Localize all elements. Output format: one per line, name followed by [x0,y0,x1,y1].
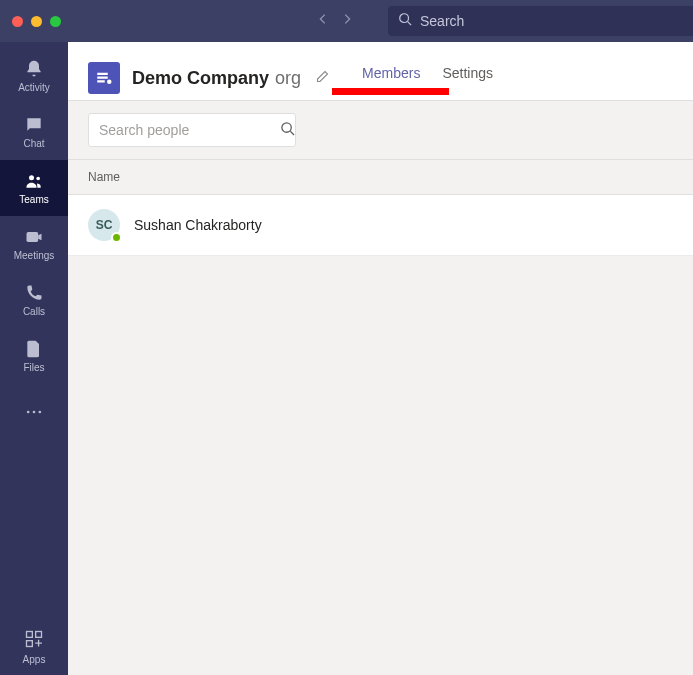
maximize-window-button[interactable] [50,16,61,27]
svg-rect-13 [97,80,105,82]
rail-label: Files [23,362,44,373]
calls-icon [24,283,44,303]
org-name-strong: Demo Company [132,68,269,89]
members-list: SC Sushan Chakraborty [68,194,693,256]
svg-point-14 [107,80,112,85]
svg-rect-9 [36,632,42,638]
rail-meetings[interactable]: Meetings [0,216,68,272]
minimize-window-button[interactable] [31,16,42,27]
org-tabs: Members Settings [362,65,493,91]
svg-rect-4 [27,232,39,242]
global-search-input[interactable] [420,13,683,29]
rail-label: Meetings [14,250,55,261]
svg-rect-10 [27,641,33,647]
files-icon [24,339,44,359]
annotation-highlight [332,88,449,95]
teams-icon [24,171,44,191]
close-window-button[interactable] [12,16,23,27]
rail-apps[interactable]: Apps [0,619,68,675]
chat-icon [24,115,44,135]
members-table-header: Name [68,160,693,194]
member-row[interactable]: SC Sushan Chakraborty [68,195,693,256]
column-name-header: Name [88,170,673,184]
svg-rect-8 [27,632,33,638]
forward-button[interactable] [340,12,354,30]
presence-available-icon [111,232,122,243]
svg-rect-11 [97,73,108,75]
org-name-light: org [275,68,301,89]
svg-point-2 [29,175,34,180]
svg-line-16 [290,131,294,135]
app-rail: Activity Chat Teams Meetings Calls [0,42,68,675]
main-content: Demo Company org Members Settings [68,42,693,675]
rail-label: Apps [23,654,46,665]
back-button[interactable] [316,12,330,30]
rail-chat[interactable]: Chat [0,104,68,160]
rail-label: Chat [23,138,44,149]
org-logo [88,62,120,94]
member-name: Sushan Chakraborty [134,217,262,233]
avatar-initials: SC [96,218,113,232]
svg-point-7 [39,411,42,414]
rail-label: Teams [19,194,48,205]
history-nav [316,12,354,30]
people-search[interactable] [88,113,296,147]
svg-line-1 [408,22,412,26]
rail-activity[interactable]: Activity [0,48,68,104]
apps-icon [24,629,44,651]
rail-label: Calls [23,306,45,317]
rail-more[interactable] [0,384,68,440]
edit-org-button[interactable] [315,69,330,88]
more-icon [24,402,44,422]
rail-label: Activity [18,82,50,93]
org-header: Demo Company org Members Settings [68,42,693,101]
members-toolbar [68,101,693,160]
search-icon [398,12,412,30]
svg-rect-12 [97,77,108,79]
svg-point-0 [400,14,409,23]
rail-files[interactable]: Files [0,328,68,384]
rail-calls[interactable]: Calls [0,272,68,328]
svg-point-5 [27,411,30,414]
title-bar [0,0,693,42]
window-controls [0,16,61,27]
avatar: SC [88,209,120,241]
org-title: Demo Company org [132,68,301,89]
rail-teams[interactable]: Teams [0,160,68,216]
svg-point-15 [282,122,291,131]
tab-settings[interactable]: Settings [442,65,493,91]
global-search[interactable] [388,6,693,36]
svg-point-6 [33,411,36,414]
search-icon [280,121,295,140]
people-search-input[interactable] [99,122,274,138]
meetings-icon [24,227,44,247]
bell-icon [24,59,44,79]
svg-point-3 [36,177,40,181]
